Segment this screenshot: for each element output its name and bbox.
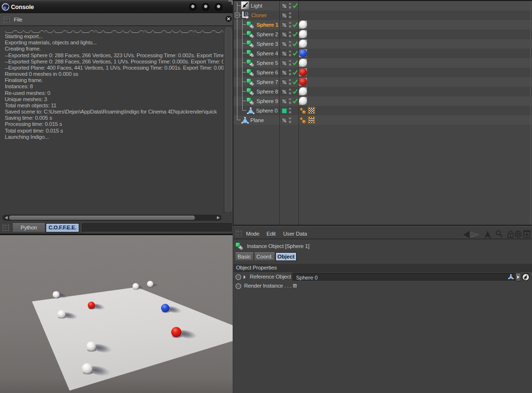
svg-text:0: 0 — [245, 10, 249, 18]
